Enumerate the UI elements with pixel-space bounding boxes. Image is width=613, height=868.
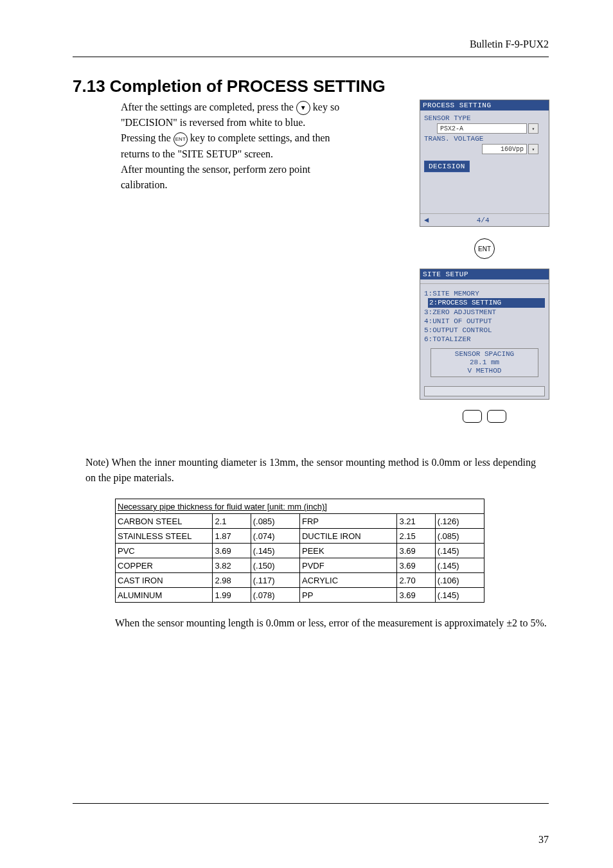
ent-key-icon: ENT <box>173 132 188 146</box>
table-row: PVC3.69(.145) PEEK3.69(.145) <box>116 544 484 558</box>
sensor-type-value[interactable]: PSX2-A <box>437 123 527 134</box>
header-rule <box>73 57 549 57</box>
sensor-spacing-value: 28.1 mm <box>431 359 538 367</box>
table-row: CARBON STEEL2.1(.085) FRP3.21(.126) <box>116 514 484 529</box>
sensor-type-dropdown-icon[interactable]: ▾ <box>528 123 538 134</box>
menu-item-1[interactable]: 1:SITE MEMORY <box>424 289 545 298</box>
sensor-spacing-box: SENSOR SPACING 28.1 mm V METHOD <box>431 348 538 378</box>
trans-voltage-value[interactable]: 160Vpp <box>482 144 527 154</box>
table-row: COPPER3.82(.150) PVDF3.69(.145) <box>116 558 484 573</box>
screen1-title: PROCESS SETTING <box>420 100 549 111</box>
screen1-page-indicator: 4/4 <box>477 217 490 224</box>
sensor-spacing-method: V METHOD <box>431 367 538 375</box>
table-row: ALUMINUM1.99(.078) PP3.69(.145) <box>116 588 484 603</box>
menu-item-3[interactable]: 3:ZERO ADJUSTMENT <box>424 308 545 317</box>
down-key-icon: ▼ <box>296 101 310 115</box>
table-caption: Necessary pipe thickness for fluid water… <box>116 499 484 514</box>
body-p1a: After the settings are completed, press … <box>121 102 296 112</box>
table-row: CAST IRON2.98(.117) ACRYLIC2.70(.106) <box>116 573 484 588</box>
page-number: 37 <box>538 834 549 846</box>
section-heading: 7.13 Completion of PROCESS SETTING <box>73 76 549 96</box>
blank-key-right[interactable] <box>487 410 506 423</box>
site-setup-screen: SITE SETUP 1:SITE MEMORY 2:PROCESS SETTI… <box>420 269 549 400</box>
note-prefix: Note) <box>85 457 109 468</box>
pipe-thickness-table: Necessary pipe thickness for fluid water… <box>115 499 484 603</box>
body-paragraph: After the settings are completed, press … <box>121 100 356 193</box>
menu-item-2-selected[interactable]: 2:PROCESS SETTING <box>428 298 545 307</box>
sensor-spacing-title: SENSOR SPACING <box>431 350 538 359</box>
table-row: STAINLESS STEEL1.87(.074) DUCTILE IRON2.… <box>116 529 484 544</box>
body-p3: After mounting the sensor, perform zero … <box>121 164 310 190</box>
footer-rule <box>73 803 549 804</box>
screen2-title: SITE SETUP <box>420 269 549 279</box>
note-body: When the inner mounting diameter is 13mm… <box>85 457 536 483</box>
decision-button[interactable]: DECISION <box>424 161 470 172</box>
nav-keys <box>463 410 506 423</box>
bulletin-id: Bulletin F-9-PUX2 <box>73 39 549 50</box>
body-p2a: Pressing the <box>121 132 173 143</box>
note: Note) When the inner mounting diameter i… <box>85 455 536 486</box>
post-table-note: When the sensor mounting length is 0.0mm… <box>115 616 557 631</box>
ent-key-large-icon: ENT <box>474 238 495 259</box>
screen2-status-bar <box>424 386 545 396</box>
sensor-type-label: SENSOR TYPE <box>424 114 545 122</box>
menu-item-6[interactable]: 6:TOTALIZER <box>424 335 545 344</box>
prev-page-icon[interactable]: ◀ <box>424 215 429 225</box>
trans-voltage-dropdown-icon[interactable]: ▾ <box>528 144 538 154</box>
blank-key-left[interactable] <box>463 410 482 423</box>
trans-voltage-label: TRANS. VOLTAGE <box>424 135 545 143</box>
menu-item-4[interactable]: 4:UNIT OF OUTPUT <box>424 317 545 326</box>
menu-item-5[interactable]: 5:OUTPUT CONTROL <box>424 326 545 335</box>
site-setup-menu: 1:SITE MEMORY 2:PROCESS SETTING 3:ZERO A… <box>424 289 545 344</box>
process-setting-screen: PROCESS SETTING SENSOR TYPE PSX2-A ▾ TRA… <box>420 100 549 227</box>
